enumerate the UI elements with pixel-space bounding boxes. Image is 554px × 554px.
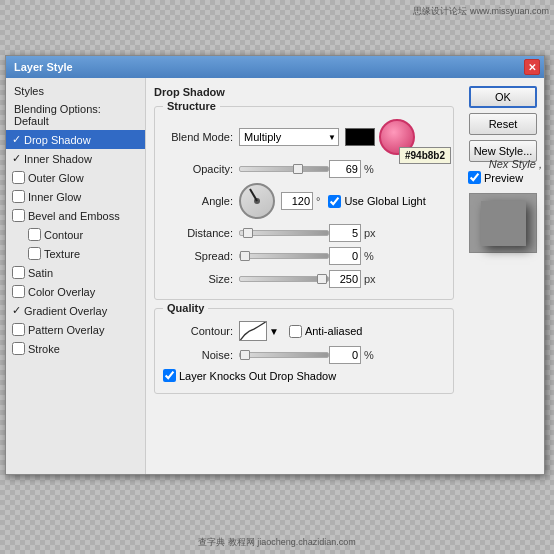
angle-row: Angle: ° Use Global Light [163, 183, 445, 219]
spread-slider[interactable] [239, 253, 329, 259]
size-unit: px [364, 273, 376, 285]
contour-preview[interactable] [239, 321, 267, 341]
opacity-input[interactable] [329, 160, 361, 178]
sidebar-item-inner-shadow[interactable]: ✓ Inner Shadow [6, 149, 145, 168]
noise-label: Noise: [163, 349, 233, 361]
sidebar-item-gradient-overlay[interactable]: ✓ Gradient Overlay [6, 301, 145, 320]
layer-knocks-row: Layer Knocks Out Drop Shadow [163, 369, 445, 382]
preview-label[interactable]: Preview [468, 171, 523, 184]
blend-color-swatch[interactable] [345, 128, 375, 146]
reset-button[interactable]: Reset [469, 113, 537, 135]
sidebar-item-stroke[interactable]: Stroke [6, 339, 145, 358]
left-panel: Styles Blending Options: Default ✓ Drop … [6, 78, 146, 474]
opacity-thumb[interactable] [293, 164, 303, 174]
size-slider[interactable] [239, 276, 329, 282]
section-title: Drop Shadow [154, 86, 454, 98]
size-thumb[interactable] [317, 274, 327, 284]
preview-checkbox[interactable] [468, 171, 481, 184]
layer-knocks-checkbox[interactable] [163, 369, 176, 382]
sidebar-item-satin[interactable]: Satin [6, 263, 145, 282]
sidebar-item-pattern-overlay[interactable]: Pattern Overlay [6, 320, 145, 339]
sidebar-item-styles[interactable]: Styles [6, 82, 145, 100]
close-button[interactable]: ✕ [524, 59, 540, 75]
blend-mode-label: Blend Mode: [163, 131, 233, 143]
quality-title: Quality [163, 302, 208, 314]
sidebar-item-contour[interactable]: Contour [6, 225, 145, 244]
sidebar-item-outer-glow[interactable]: Outer Glow [6, 168, 145, 187]
size-input[interactable] [329, 270, 361, 288]
watermark-top: 思缘设计论坛 www.missyuan.com [413, 5, 549, 18]
angle-label: Angle: [163, 195, 233, 207]
sidebar-item-drop-shadow[interactable]: ✓ Drop Shadow [6, 130, 145, 149]
contour-row: Contour: ▼ Anti-aliased [163, 321, 445, 341]
layer-style-dialog: Layer Style ✕ Styles Blending Options: D… [5, 55, 545, 475]
right-area: Drop Shadow Structure Blend Mode: Multip… [146, 78, 544, 474]
spread-unit: % [364, 250, 374, 262]
distance-label: Distance: [163, 227, 233, 239]
structure-group: Structure Blend Mode: Multiply ▼ #94b8b2 [154, 106, 454, 300]
use-global-light-label[interactable]: Use Global Light [328, 195, 425, 208]
noise-row: Noise: % [163, 346, 445, 364]
opacity-slider[interactable] [239, 166, 329, 172]
contour-label: Contour: [163, 325, 233, 337]
spread-thumb[interactable] [240, 251, 250, 261]
noise-unit: % [364, 349, 374, 361]
sidebar-item-color-overlay[interactable]: Color Overlay [6, 282, 145, 301]
preview-box [469, 193, 537, 253]
use-global-light-checkbox[interactable] [328, 195, 341, 208]
opacity-label: Opacity: [163, 163, 233, 175]
spread-row: Spread: % [163, 247, 445, 265]
spread-input[interactable] [329, 247, 361, 265]
title-bar: Layer Style ✕ [6, 56, 544, 78]
angle-unit: ° [316, 195, 320, 207]
quality-group: Quality Contour: ▼ Anti-aliased [154, 308, 454, 394]
noise-thumb[interactable] [240, 350, 250, 360]
opacity-unit: % [364, 163, 374, 175]
preview-inner [481, 201, 526, 246]
color-indicator-area: #94b8b2 [379, 119, 415, 155]
blend-mode-row: Blend Mode: Multiply ▼ #94b8b2 [163, 119, 445, 155]
contour-dropdown-icon[interactable]: ▼ [269, 326, 279, 337]
angle-dial[interactable] [239, 183, 275, 219]
dialog-body: Styles Blending Options: Default ✓ Drop … [6, 78, 544, 474]
layer-knocks-label[interactable]: Layer Knocks Out Drop Shadow [163, 369, 336, 382]
sidebar-item-bevel-emboss[interactable]: Bevel and Emboss [6, 206, 145, 225]
noise-slider[interactable] [239, 352, 329, 358]
distance-slider[interactable] [239, 230, 329, 236]
angle-input[interactable] [281, 192, 313, 210]
sidebar-item-blending[interactable]: Blending Options: Default [6, 100, 145, 130]
distance-unit: px [364, 227, 376, 239]
distance-input[interactable] [329, 224, 361, 242]
spread-label: Spread: [163, 250, 233, 262]
anti-aliased-checkbox[interactable] [289, 325, 302, 338]
distance-thumb[interactable] [243, 228, 253, 238]
size-row: Size: px [163, 270, 445, 288]
distance-row: Distance: px [163, 224, 445, 242]
right-buttons: OK Reset New Style... Preview [462, 78, 544, 474]
size-label: Size: [163, 273, 233, 285]
watermark-bottom: 查字典 教程网 jiaocheng.chazidian.com [198, 536, 356, 549]
ok-button[interactable]: OK [469, 86, 537, 108]
structure-title: Structure [163, 100, 220, 112]
noise-input[interactable] [329, 346, 361, 364]
sidebar-item-inner-glow[interactable]: Inner Glow [6, 187, 145, 206]
nex-style-text: Nex Style , [489, 158, 542, 170]
anti-aliased-label[interactable]: Anti-aliased [289, 325, 362, 338]
sidebar-item-texture[interactable]: Texture [6, 244, 145, 263]
dialog-title: Layer Style [14, 61, 73, 73]
color-tooltip: #94b8b2 [399, 147, 451, 164]
right-content: Drop Shadow Structure Blend Mode: Multip… [146, 78, 462, 474]
blend-mode-dropdown[interactable]: Multiply ▼ [239, 128, 339, 146]
dropdown-arrow-icon: ▼ [328, 133, 336, 142]
